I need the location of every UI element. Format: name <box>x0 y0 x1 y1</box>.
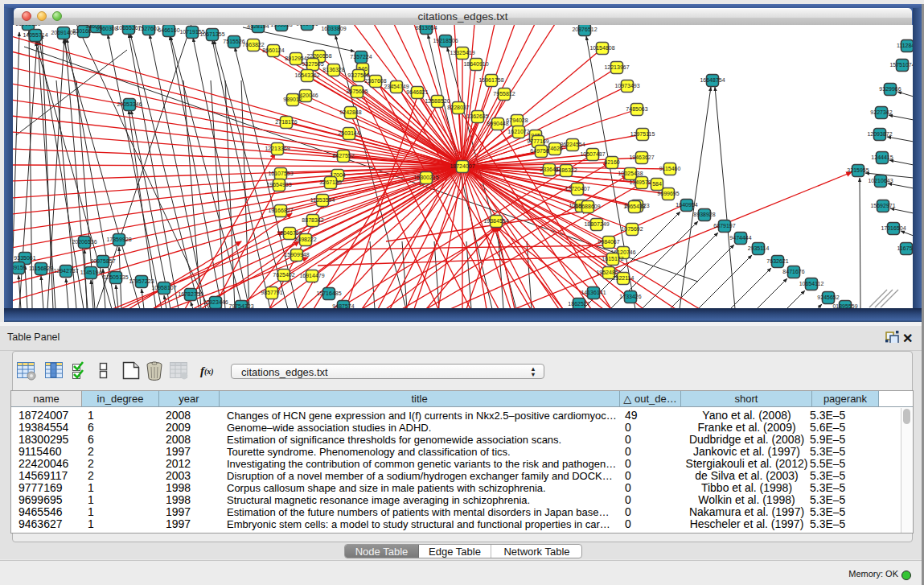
svg-text:9329966: 9329966 <box>879 86 901 92</box>
svg-text:7625402: 7625402 <box>273 272 294 278</box>
svg-text:8912954: 8912954 <box>285 56 306 61</box>
svg-text:8471676: 8471676 <box>782 269 804 274</box>
svg-text:16046766: 16046766 <box>277 230 302 236</box>
svg-text:9245652: 9245652 <box>817 295 839 300</box>
svg-text:12213967: 12213967 <box>604 64 629 70</box>
svg-text:90975857: 90975857 <box>90 258 115 264</box>
svg-text:10507487: 10507487 <box>580 151 605 157</box>
svg-text:16914479: 16914479 <box>299 273 324 278</box>
svg-text:15692971: 15692971 <box>870 203 895 208</box>
svg-text:8228037: 8228037 <box>447 105 469 110</box>
svg-text:2935114: 2935114 <box>748 245 770 251</box>
svg-text:12588520: 12588520 <box>425 98 450 104</box>
svg-text:20053346: 20053346 <box>117 101 142 107</box>
svg-text:584: 584 <box>652 181 662 187</box>
svg-text:15909948: 15909948 <box>284 252 309 257</box>
svg-text:3215955: 3215955 <box>847 167 869 173</box>
svg-text:9646821: 9646821 <box>406 89 428 95</box>
svg-text:19384554: 19384554 <box>483 218 508 224</box>
svg-text:9115460: 9115460 <box>659 166 681 171</box>
svg-text:20206536: 20206536 <box>72 239 97 245</box>
svg-text:10973493: 10973493 <box>614 83 639 89</box>
svg-text:1362635: 1362635 <box>466 113 488 119</box>
svg-text:16033809: 16033809 <box>321 26 346 31</box>
svg-text:9699695: 9699695 <box>657 191 679 196</box>
svg-text:(x): (x) <box>204 367 214 377</box>
svg-text:1615172: 1615172 <box>602 256 623 262</box>
svg-text:15300215: 15300215 <box>413 175 438 180</box>
svg-text:1640954: 1640954 <box>676 202 697 208</box>
svg-text:18640910: 18640910 <box>463 61 488 67</box>
svg-text:18807249: 18807249 <box>584 221 609 227</box>
svg-text:01895559: 01895559 <box>832 303 857 308</box>
svg-text:12093872: 12093872 <box>867 131 892 137</box>
svg-text:1993518: 1993518 <box>270 25 292 27</box>
svg-text:19463627: 19463627 <box>629 154 654 160</box>
svg-text:8136328: 8136328 <box>322 67 344 72</box>
svg-text:1733426: 1733426 <box>619 294 641 299</box>
svg-text:9093786: 9093786 <box>296 25 318 27</box>
svg-text:10958107: 10958107 <box>151 285 176 290</box>
svg-text:79754323: 79754323 <box>228 303 253 308</box>
svg-text:116753: 116753 <box>897 245 913 251</box>
svg-text:6794028: 6794028 <box>506 117 528 123</box>
svg-text:989012: 989012 <box>283 97 302 102</box>
svg-text:17957223: 17957223 <box>129 278 154 284</box>
svg-text:39159: 39159 <box>13 265 27 270</box>
svg-text:9335061: 9335061 <box>14 255 35 261</box>
svg-text:1862527: 1862527 <box>568 301 589 307</box>
svg-text:9474444: 9474444 <box>729 235 751 241</box>
svg-text:19166827: 19166827 <box>268 208 293 213</box>
svg-text:3267130: 3267130 <box>319 179 341 185</box>
svg-text:16648754: 16648754 <box>700 77 725 83</box>
svg-text:8938928: 8938928 <box>693 212 715 217</box>
svg-text:18724007: 18724007 <box>450 163 474 169</box>
svg-text:8427552: 8427552 <box>332 153 354 159</box>
svg-text:8878342: 8878342 <box>302 217 323 223</box>
svg-text:1112840: 1112840 <box>897 43 913 48</box>
svg-text:1244415: 1244415 <box>871 154 893 160</box>
svg-text:1527602: 1527602 <box>138 26 159 31</box>
svg-text:16782759: 16782759 <box>178 291 203 297</box>
svg-text:3675685: 3675685 <box>346 89 368 94</box>
svg-text:14136141: 14136141 <box>581 290 606 295</box>
svg-text:6466160: 6466160 <box>158 27 179 33</box>
svg-text:11156829: 11156829 <box>29 266 53 271</box>
svg-text:9227342: 9227342 <box>870 109 892 115</box>
svg-text:17359928: 17359928 <box>106 237 131 242</box>
svg-text:1621072: 1621072 <box>507 129 529 134</box>
svg-text:1145194: 1145194 <box>80 270 102 275</box>
svg-text:26018159: 26018159 <box>15 25 40 27</box>
svg-text:9486322: 9486322 <box>555 167 577 173</box>
svg-text:2603144: 2603144 <box>338 130 359 136</box>
svg-text:19654933: 19654933 <box>266 182 291 187</box>
svg-text:12213369: 12213369 <box>265 146 290 151</box>
svg-text:16961758: 16961758 <box>478 77 503 83</box>
svg-text:4628194: 4628194 <box>247 25 269 29</box>
svg-text:6879197: 6879197 <box>713 223 735 229</box>
svg-text:10654112: 10654112 <box>799 281 824 286</box>
svg-text:2718176: 2718176 <box>275 119 297 125</box>
svg-text:8813054: 8813054 <box>415 25 437 31</box>
svg-text:8660124: 8660124 <box>262 47 284 53</box>
svg-text:10154808: 10154808 <box>589 45 614 51</box>
svg-text:9960308: 9960308 <box>96 26 117 31</box>
svg-text:20876512: 20876512 <box>572 27 597 32</box>
svg-text:9857791: 9857791 <box>261 290 282 295</box>
svg-text:17016504: 17016504 <box>881 225 906 231</box>
svg-text:9777169: 9777169 <box>527 138 548 144</box>
svg-text:7955812: 7955812 <box>493 91 515 97</box>
svg-text:2522114: 2522114 <box>613 275 634 281</box>
svg-text:1075692: 1075692 <box>621 226 643 232</box>
svg-text:12975115: 12975115 <box>630 131 655 137</box>
svg-text:13325419: 13325419 <box>450 50 474 56</box>
svg-text:16107553: 16107553 <box>268 171 293 176</box>
svg-text:15716485: 15716485 <box>316 290 341 296</box>
svg-text:19218506: 19218506 <box>433 38 458 43</box>
svg-text:7357224: 7357224 <box>350 54 372 60</box>
svg-text:10688609: 10688609 <box>575 204 600 209</box>
svg-text:9327505: 9327505 <box>302 61 323 67</box>
svg-text:7485063: 7485063 <box>626 106 647 112</box>
svg-text:10025438: 10025438 <box>618 171 643 176</box>
svg-text:14055714: 14055714 <box>23 32 47 38</box>
